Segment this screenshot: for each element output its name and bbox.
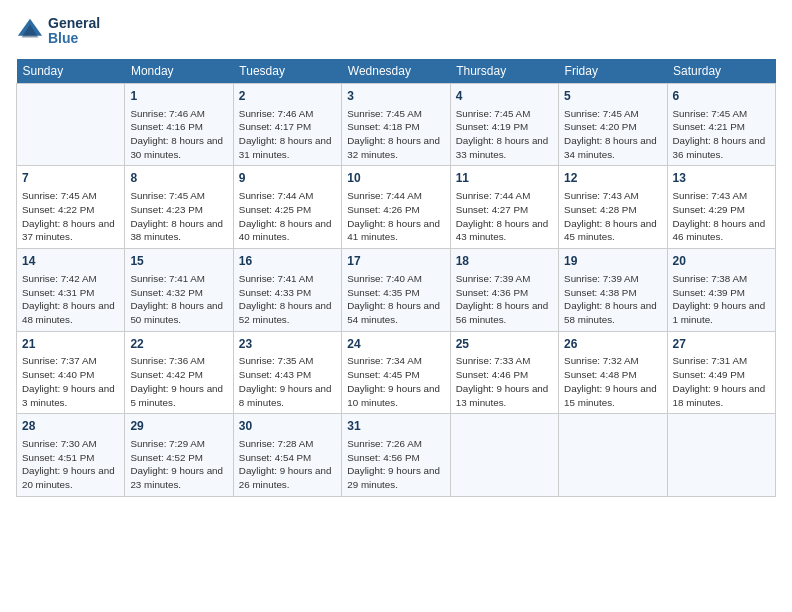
day-number: 12 <box>564 170 661 187</box>
weekday-header: Saturday <box>667 59 775 84</box>
day-number: 25 <box>456 336 553 353</box>
calendar-cell: 6Sunrise: 7:45 AMSunset: 4:21 PMDaylight… <box>667 83 775 166</box>
cell-content: Sunrise: 7:41 AMSunset: 4:32 PMDaylight:… <box>130 272 227 327</box>
calendar-cell <box>450 414 558 497</box>
calendar-cell <box>559 414 667 497</box>
calendar-cell: 15Sunrise: 7:41 AMSunset: 4:32 PMDayligh… <box>125 249 233 332</box>
calendar-cell: 2Sunrise: 7:46 AMSunset: 4:17 PMDaylight… <box>233 83 341 166</box>
calendar-cell: 13Sunrise: 7:43 AMSunset: 4:29 PMDayligh… <box>667 166 775 249</box>
calendar-cell: 21Sunrise: 7:37 AMSunset: 4:40 PMDayligh… <box>17 331 125 414</box>
calendar-cell: 8Sunrise: 7:45 AMSunset: 4:23 PMDaylight… <box>125 166 233 249</box>
cell-content: Sunrise: 7:38 AMSunset: 4:39 PMDaylight:… <box>673 272 770 327</box>
cell-content: Sunrise: 7:44 AMSunset: 4:26 PMDaylight:… <box>347 189 444 244</box>
header-row: SundayMondayTuesdayWednesdayThursdayFrid… <box>17 59 776 84</box>
calendar-cell: 16Sunrise: 7:41 AMSunset: 4:33 PMDayligh… <box>233 249 341 332</box>
day-number: 28 <box>22 418 119 435</box>
calendar-cell: 17Sunrise: 7:40 AMSunset: 4:35 PMDayligh… <box>342 249 450 332</box>
calendar-cell <box>17 83 125 166</box>
cell-content: Sunrise: 7:40 AMSunset: 4:35 PMDaylight:… <box>347 272 444 327</box>
calendar-cell: 27Sunrise: 7:31 AMSunset: 4:49 PMDayligh… <box>667 331 775 414</box>
calendar-week-row: 1Sunrise: 7:46 AMSunset: 4:16 PMDaylight… <box>17 83 776 166</box>
cell-content: Sunrise: 7:34 AMSunset: 4:45 PMDaylight:… <box>347 354 444 409</box>
cell-content: Sunrise: 7:44 AMSunset: 4:25 PMDaylight:… <box>239 189 336 244</box>
calendar-cell: 25Sunrise: 7:33 AMSunset: 4:46 PMDayligh… <box>450 331 558 414</box>
day-number: 7 <box>22 170 119 187</box>
day-number: 27 <box>673 336 770 353</box>
calendar-cell: 18Sunrise: 7:39 AMSunset: 4:36 PMDayligh… <box>450 249 558 332</box>
weekday-header: Thursday <box>450 59 558 84</box>
calendar-cell: 1Sunrise: 7:46 AMSunset: 4:16 PMDaylight… <box>125 83 233 166</box>
day-number: 13 <box>673 170 770 187</box>
page-container: General Blue SundayMondayTuesdayWednesda… <box>0 0 792 505</box>
cell-content: Sunrise: 7:42 AMSunset: 4:31 PMDaylight:… <box>22 272 119 327</box>
calendar-cell: 11Sunrise: 7:44 AMSunset: 4:27 PMDayligh… <box>450 166 558 249</box>
day-number: 2 <box>239 88 336 105</box>
cell-content: Sunrise: 7:39 AMSunset: 4:36 PMDaylight:… <box>456 272 553 327</box>
day-number: 17 <box>347 253 444 270</box>
day-number: 20 <box>673 253 770 270</box>
day-number: 21 <box>22 336 119 353</box>
day-number: 14 <box>22 253 119 270</box>
cell-content: Sunrise: 7:45 AMSunset: 4:19 PMDaylight:… <box>456 107 553 162</box>
day-number: 8 <box>130 170 227 187</box>
calendar-cell: 10Sunrise: 7:44 AMSunset: 4:26 PMDayligh… <box>342 166 450 249</box>
cell-content: Sunrise: 7:43 AMSunset: 4:29 PMDaylight:… <box>673 189 770 244</box>
day-number: 10 <box>347 170 444 187</box>
calendar-cell: 26Sunrise: 7:32 AMSunset: 4:48 PMDayligh… <box>559 331 667 414</box>
day-number: 15 <box>130 253 227 270</box>
day-number: 26 <box>564 336 661 353</box>
day-number: 6 <box>673 88 770 105</box>
logo-icon <box>16 17 44 45</box>
cell-content: Sunrise: 7:37 AMSunset: 4:40 PMDaylight:… <box>22 354 119 409</box>
header: General Blue <box>16 16 776 47</box>
cell-content: Sunrise: 7:33 AMSunset: 4:46 PMDaylight:… <box>456 354 553 409</box>
day-number: 4 <box>456 88 553 105</box>
day-number: 22 <box>130 336 227 353</box>
day-number: 18 <box>456 253 553 270</box>
cell-content: Sunrise: 7:39 AMSunset: 4:38 PMDaylight:… <box>564 272 661 327</box>
calendar-cell: 23Sunrise: 7:35 AMSunset: 4:43 PMDayligh… <box>233 331 341 414</box>
calendar-cell: 31Sunrise: 7:26 AMSunset: 4:56 PMDayligh… <box>342 414 450 497</box>
calendar-cell: 4Sunrise: 7:45 AMSunset: 4:19 PMDaylight… <box>450 83 558 166</box>
calendar-week-row: 28Sunrise: 7:30 AMSunset: 4:51 PMDayligh… <box>17 414 776 497</box>
cell-content: Sunrise: 7:45 AMSunset: 4:23 PMDaylight:… <box>130 189 227 244</box>
cell-content: Sunrise: 7:29 AMSunset: 4:52 PMDaylight:… <box>130 437 227 492</box>
logo: General Blue <box>16 16 100 47</box>
cell-content: Sunrise: 7:45 AMSunset: 4:18 PMDaylight:… <box>347 107 444 162</box>
calendar-week-row: 14Sunrise: 7:42 AMSunset: 4:31 PMDayligh… <box>17 249 776 332</box>
cell-content: Sunrise: 7:36 AMSunset: 4:42 PMDaylight:… <box>130 354 227 409</box>
calendar-cell: 30Sunrise: 7:28 AMSunset: 4:54 PMDayligh… <box>233 414 341 497</box>
calendar-cell: 7Sunrise: 7:45 AMSunset: 4:22 PMDaylight… <box>17 166 125 249</box>
calendar-cell: 5Sunrise: 7:45 AMSunset: 4:20 PMDaylight… <box>559 83 667 166</box>
weekday-header: Wednesday <box>342 59 450 84</box>
cell-content: Sunrise: 7:35 AMSunset: 4:43 PMDaylight:… <box>239 354 336 409</box>
day-number: 9 <box>239 170 336 187</box>
calendar-week-row: 21Sunrise: 7:37 AMSunset: 4:40 PMDayligh… <box>17 331 776 414</box>
weekday-header: Monday <box>125 59 233 84</box>
cell-content: Sunrise: 7:41 AMSunset: 4:33 PMDaylight:… <box>239 272 336 327</box>
cell-content: Sunrise: 7:32 AMSunset: 4:48 PMDaylight:… <box>564 354 661 409</box>
cell-content: Sunrise: 7:26 AMSunset: 4:56 PMDaylight:… <box>347 437 444 492</box>
calendar-table: SundayMondayTuesdayWednesdayThursdayFrid… <box>16 59 776 497</box>
calendar-week-row: 7Sunrise: 7:45 AMSunset: 4:22 PMDaylight… <box>17 166 776 249</box>
calendar-cell: 28Sunrise: 7:30 AMSunset: 4:51 PMDayligh… <box>17 414 125 497</box>
weekday-header: Sunday <box>17 59 125 84</box>
cell-content: Sunrise: 7:43 AMSunset: 4:28 PMDaylight:… <box>564 189 661 244</box>
calendar-cell: 19Sunrise: 7:39 AMSunset: 4:38 PMDayligh… <box>559 249 667 332</box>
cell-content: Sunrise: 7:45 AMSunset: 4:22 PMDaylight:… <box>22 189 119 244</box>
day-number: 11 <box>456 170 553 187</box>
calendar-cell: 22Sunrise: 7:36 AMSunset: 4:42 PMDayligh… <box>125 331 233 414</box>
calendar-cell: 24Sunrise: 7:34 AMSunset: 4:45 PMDayligh… <box>342 331 450 414</box>
calendar-cell: 14Sunrise: 7:42 AMSunset: 4:31 PMDayligh… <box>17 249 125 332</box>
calendar-cell: 29Sunrise: 7:29 AMSunset: 4:52 PMDayligh… <box>125 414 233 497</box>
day-number: 30 <box>239 418 336 435</box>
cell-content: Sunrise: 7:44 AMSunset: 4:27 PMDaylight:… <box>456 189 553 244</box>
day-number: 23 <box>239 336 336 353</box>
day-number: 19 <box>564 253 661 270</box>
cell-content: Sunrise: 7:45 AMSunset: 4:20 PMDaylight:… <box>564 107 661 162</box>
cell-content: Sunrise: 7:45 AMSunset: 4:21 PMDaylight:… <box>673 107 770 162</box>
cell-content: Sunrise: 7:30 AMSunset: 4:51 PMDaylight:… <box>22 437 119 492</box>
calendar-cell: 20Sunrise: 7:38 AMSunset: 4:39 PMDayligh… <box>667 249 775 332</box>
calendar-cell <box>667 414 775 497</box>
cell-content: Sunrise: 7:46 AMSunset: 4:16 PMDaylight:… <box>130 107 227 162</box>
